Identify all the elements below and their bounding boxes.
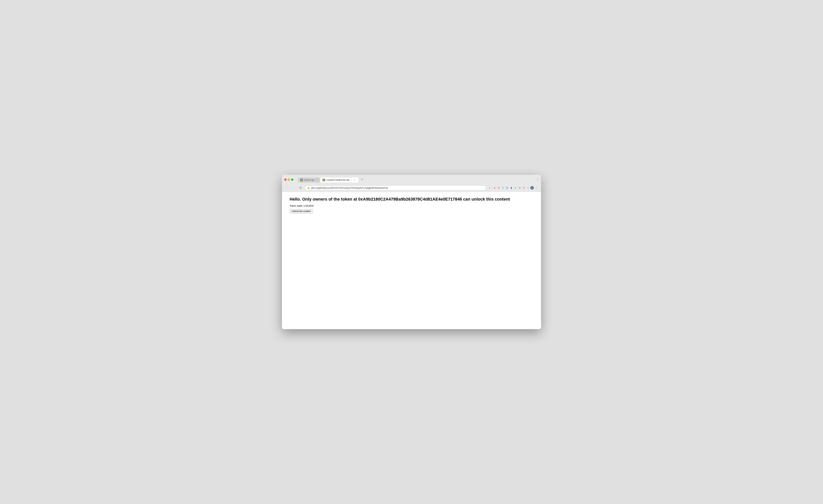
page-heading: Hello. Only owners of the token at 0xA9b…	[290, 197, 533, 202]
tab-1-title: Lock it up	[304, 179, 314, 181]
token-state-label: Token state:	[290, 204, 304, 207]
minimize-window-button[interactable]	[288, 178, 290, 181]
tab-1-close-button[interactable]: ×	[315, 179, 318, 181]
new-tab-button[interactable]: +	[359, 177, 365, 182]
maximize-window-button[interactable]	[291, 178, 293, 181]
token-state: Token state: LOCKED	[290, 204, 533, 207]
browser-toolbar-icons: ☆ ● M G D ▮ ● N E ≡ A ⋮	[488, 185, 539, 190]
address-bar[interactable]: 🔒 ipfs.io/ipfs/Qmcze4iPrSVXJf7cwQozTKhnE…	[305, 185, 486, 190]
tabs-row: 🔒 Lock it up × 🔒 Locked Content for toke…	[298, 177, 535, 182]
bookmark-button[interactable]: ☆	[488, 185, 492, 190]
tab-1-favicon: 🔒	[300, 179, 303, 181]
back-button[interactable]: ←	[284, 185, 290, 190]
ext-teal-icon[interactable]: ●	[514, 186, 517, 190]
ext-blue-g-icon[interactable]: G	[501, 186, 505, 190]
ext-orange-icon[interactable]: M	[497, 186, 501, 190]
tab-2-title: Locked Content for token hold…	[326, 179, 352, 181]
refresh-button[interactable]: ↻	[298, 185, 303, 190]
tab-2[interactable]: 🔒 Locked Content for token hold… ×	[320, 178, 358, 182]
page-content: Hello. Only owners of the token at 0xA9b…	[282, 192, 541, 329]
more-button[interactable]: ⋮	[534, 185, 539, 190]
token-state-value: LOCKED	[304, 204, 314, 207]
forward-button[interactable]: →	[291, 185, 296, 190]
tab-1[interactable]: 🔒 Lock it up ×	[298, 178, 320, 182]
unlock-content-button[interactable]: Unlock the content	[290, 209, 313, 213]
ext-red-icon[interactable]: ●	[493, 186, 496, 190]
tab-2-close-button[interactable]: ×	[353, 179, 356, 181]
ext-red2-icon[interactable]: E	[522, 186, 526, 190]
traffic-lights	[284, 178, 293, 181]
browser-window: 🔒 Lock it up × 🔒 Locked Content for toke…	[282, 175, 541, 329]
close-window-button[interactable]	[284, 178, 287, 181]
ext-green-icon[interactable]: N	[518, 186, 522, 190]
tab-2-favicon: 🔒	[323, 179, 325, 181]
ext-lines-icon[interactable]: ≡	[526, 186, 530, 190]
address-bar-row: ← → ↻ 🔒 ipfs.io/ipfs/Qmcze4iPrSVXJf7cwQo…	[282, 184, 541, 192]
ext-avatar-icon[interactable]: A	[530, 186, 534, 189]
ext-purple-icon[interactable]: ▮	[509, 186, 513, 190]
address-text: ipfs.io/ipfs/Qmcze4iPrSVXJf7cwQozTKhnEpN…	[311, 186, 484, 189]
address-lock-icon: 🔒	[307, 187, 310, 189]
record-button[interactable]	[536, 178, 539, 181]
title-bar: 🔒 Lock it up × 🔒 Locked Content for toke…	[282, 175, 541, 184]
ext-blue-d-icon[interactable]: D	[505, 186, 509, 190]
